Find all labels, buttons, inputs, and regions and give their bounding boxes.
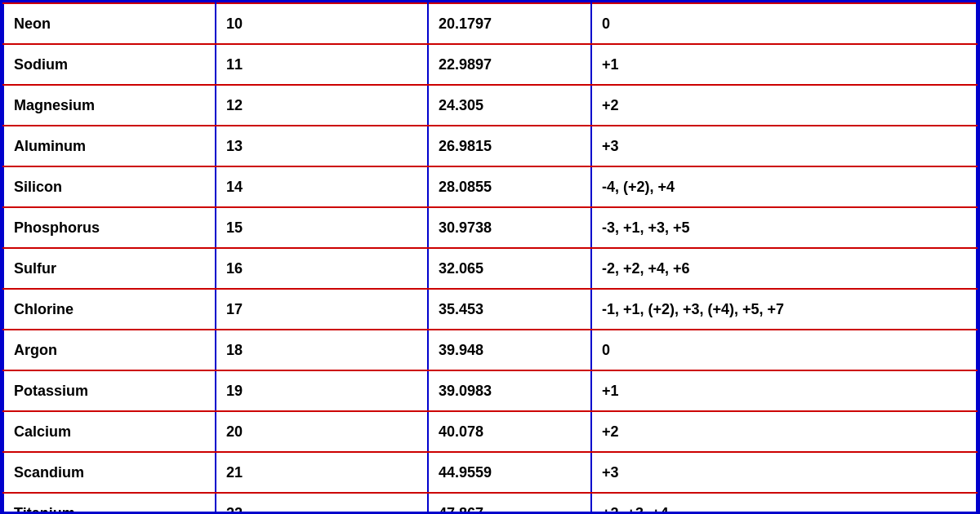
atomic-number: 16 bbox=[216, 248, 428, 289]
table-row: Potassium1939.0983+1 bbox=[3, 370, 977, 411]
atomic-weight: 39.0983 bbox=[428, 370, 591, 411]
table-row: Argon1839.9480 bbox=[3, 330, 977, 370]
oxidation-states: -1, +1, (+2), +3, (+4), +5, +7 bbox=[591, 289, 977, 330]
table-row: Phosphorus1530.9738-3, +1, +3, +5 bbox=[3, 207, 977, 248]
atomic-number: 19 bbox=[216, 370, 428, 411]
element-name: Magnesium bbox=[3, 85, 216, 126]
oxidation-states: -4, (+2), +4 bbox=[591, 166, 977, 207]
element-name: Chlorine bbox=[3, 289, 216, 330]
atomic-weight: 39.948 bbox=[428, 330, 591, 370]
element-name: Calcium bbox=[3, 411, 216, 452]
element-name: Phosphorus bbox=[3, 207, 216, 248]
oxidation-states: +2 bbox=[591, 85, 977, 126]
oxidation-states: 0 bbox=[591, 330, 977, 370]
atomic-weight: 30.9738 bbox=[428, 207, 591, 248]
oxidation-states: 0 bbox=[591, 3, 977, 44]
oxidation-states: +3 bbox=[591, 126, 977, 166]
atomic-number: 22 bbox=[216, 493, 428, 514]
element-name: Scandium bbox=[3, 452, 216, 493]
atomic-number: 12 bbox=[216, 85, 428, 126]
atomic-number: 11 bbox=[216, 44, 428, 85]
atomic-weight: 22.9897 bbox=[428, 44, 591, 85]
atomic-weight: 35.453 bbox=[428, 289, 591, 330]
table-row: Titanium2247.867+2, +3, +4 bbox=[3, 493, 977, 514]
atomic-number: 10 bbox=[216, 3, 428, 44]
atomic-weight: 40.078 bbox=[428, 411, 591, 452]
element-name: Sulfur bbox=[3, 248, 216, 289]
atomic-weight: 26.9815 bbox=[428, 126, 591, 166]
atomic-number: 15 bbox=[216, 207, 428, 248]
atomic-weight: 47.867 bbox=[428, 493, 591, 514]
table-row: Magnesium1224.305+2 bbox=[3, 85, 977, 126]
element-name: Sodium bbox=[3, 44, 216, 85]
elements-table: Neon1020.17970Sodium1122.9897+1Magnesium… bbox=[2, 2, 978, 514]
oxidation-states: +2 bbox=[591, 411, 977, 452]
table-row: Chlorine1735.453-1, +1, (+2), +3, (+4), … bbox=[3, 289, 977, 330]
table-row: Sulfur1632.065-2, +2, +4, +6 bbox=[3, 248, 977, 289]
atomic-weight: 32.065 bbox=[428, 248, 591, 289]
oxidation-states: +1 bbox=[591, 370, 977, 411]
atomic-weight: 24.305 bbox=[428, 85, 591, 126]
table-row: Calcium2040.078+2 bbox=[3, 411, 977, 452]
element-name: Neon bbox=[3, 3, 216, 44]
atomic-number: 21 bbox=[216, 452, 428, 493]
atomic-number: 14 bbox=[216, 166, 428, 207]
table-row: Scandium2144.9559+3 bbox=[3, 452, 977, 493]
atomic-number: 13 bbox=[216, 126, 428, 166]
table-row: Sodium1122.9897+1 bbox=[3, 44, 977, 85]
element-name: Silicon bbox=[3, 166, 216, 207]
oxidation-states: +1 bbox=[591, 44, 977, 85]
element-name: Potassium bbox=[3, 370, 216, 411]
oxidation-states: -3, +1, +3, +5 bbox=[591, 207, 977, 248]
table-row: Aluminum1326.9815+3 bbox=[3, 126, 977, 166]
oxidation-states: +3 bbox=[591, 452, 977, 493]
table-row: Silicon1428.0855-4, (+2), +4 bbox=[3, 166, 977, 207]
element-name: Aluminum bbox=[3, 126, 216, 166]
atomic-number: 20 bbox=[216, 411, 428, 452]
oxidation-states: +2, +3, +4 bbox=[591, 493, 977, 514]
atomic-weight: 44.9559 bbox=[428, 452, 591, 493]
atomic-number: 17 bbox=[216, 289, 428, 330]
atomic-weight: 28.0855 bbox=[428, 166, 591, 207]
element-name: Argon bbox=[3, 330, 216, 370]
table-row: Neon1020.17970 bbox=[3, 3, 977, 44]
atomic-number: 18 bbox=[216, 330, 428, 370]
periodic-table-container: Neon1020.17970Sodium1122.9897+1Magnesium… bbox=[0, 0, 980, 514]
oxidation-states: -2, +2, +4, +6 bbox=[591, 248, 977, 289]
atomic-weight: 20.1797 bbox=[428, 3, 591, 44]
element-name: Titanium bbox=[3, 493, 216, 514]
